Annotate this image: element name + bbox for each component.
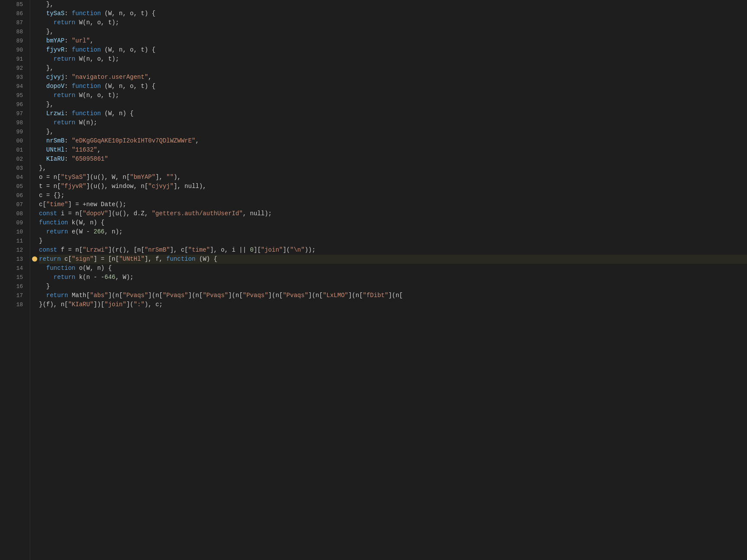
token: return [46, 291, 68, 300]
token: "65095861" [72, 155, 108, 164]
token: , [148, 73, 152, 82]
line-number: 85 [0, 0, 30, 9]
token: function [72, 9, 101, 18]
code-line: t = n["fjyvR"](u(), window, n["cjvyj"], … [39, 182, 747, 191]
token: function [46, 264, 75, 273]
token [39, 91, 54, 100]
token: "11632" [72, 146, 97, 155]
code-line: o = n["tySaS"](u(), W, n["bmYAP"], ""), [39, 173, 747, 182]
line-number: 10 [0, 227, 30, 236]
token [39, 18, 54, 27]
token: UNtHl [39, 146, 65, 155]
token: "url" [72, 36, 90, 45]
token: , [97, 146, 100, 155]
token: : [65, 73, 72, 82]
line-number: 15 [0, 273, 30, 282]
token: }, [39, 127, 54, 136]
code-line: return Math["abs"](n["Pvaqs"](n["Pvaqs"]… [39, 291, 747, 300]
token: "fDibt" [363, 291, 388, 300]
token: ](u(), window, n[ [86, 182, 148, 191]
code-line: } [39, 282, 747, 291]
token: , null); [243, 209, 272, 218]
code-line: nrSmB: "eDKgGGqAKE10pI2okIHT0v7QDlWZWWrE… [39, 136, 747, 146]
token: : [65, 82, 72, 91]
token: return [54, 118, 75, 127]
token: 0 [250, 246, 253, 255]
code-line: }, [39, 127, 747, 136]
line-number: 00 [0, 136, 30, 146]
token: ](r(), [n[ [108, 246, 145, 255]
code-editor: 8586878889909192939495969798990001020304… [0, 0, 747, 560]
token: c[ [39, 200, 46, 209]
token [39, 291, 46, 300]
code-line: }, [39, 27, 747, 36]
line-number: 16 [0, 282, 30, 291]
token: "join" [261, 246, 283, 255]
token [39, 264, 46, 273]
token: } [39, 282, 50, 291]
line-number: 90 [0, 45, 30, 55]
token: fjyvR [39, 45, 65, 55]
token: return [39, 255, 61, 264]
code-line: } [39, 236, 747, 246]
token: k(W, n) { [68, 218, 104, 227]
token: ], o, i || [210, 246, 250, 255]
token: ](u(), d.Z, [108, 209, 152, 218]
token: "LxLMO" [323, 291, 348, 300]
line-number: 86 [0, 9, 30, 18]
token: "getters.auth/authUserId" [152, 209, 243, 218]
token: bmYAP [39, 36, 65, 45]
code-line: bmYAP: "url", [39, 36, 747, 45]
token: ), [174, 173, 181, 182]
token: (W, n, o, t) { [101, 45, 155, 55]
code-line: const f = n["Lrzwi"](r(), [n["nrSmB"], c… [39, 246, 747, 255]
token: "Pvaqs" [163, 291, 188, 300]
token: c = {}; [39, 191, 65, 200]
token: return [54, 273, 75, 282]
token: "tySaS" [61, 173, 86, 182]
token: (W, n, o, t) { [101, 82, 155, 91]
token: Math[ [68, 291, 90, 300]
line-number: 04 [0, 173, 30, 182]
token: ":" [133, 300, 144, 309]
code-line: }, [39, 100, 747, 109]
token: ][ [254, 246, 261, 255]
line-number: 18 [0, 300, 30, 309]
token: ] = +new Date(); [68, 200, 126, 209]
token: }, [39, 164, 46, 173]
token: k(n - - [75, 273, 104, 282]
token: ](n[ [268, 291, 283, 300]
token: c[ [61, 255, 71, 264]
token: return [46, 227, 68, 236]
code-line: function o(W, n) { [39, 264, 747, 273]
line-number: 02 [0, 155, 30, 164]
token: "join" [104, 300, 126, 309]
code-line: tySaS: function (W, n, o, t) { [39, 9, 747, 18]
token: : [65, 9, 72, 18]
token [39, 273, 54, 282]
token: return [54, 91, 75, 100]
code-line: UNtHl: "11632", [39, 146, 747, 155]
token: ](n[ [388, 291, 403, 300]
line-number: 91 [0, 55, 30, 64]
line-number: 94 [0, 82, 30, 91]
code-line: function k(W, n) { [39, 218, 747, 227]
token: W(n, o, t); [75, 18, 119, 27]
token: ](u(), W, n[ [86, 173, 130, 182]
token: (W, n, o, t) { [101, 9, 155, 18]
token [39, 118, 54, 127]
token: ] = [n[ [94, 255, 119, 264]
token: const [39, 246, 57, 255]
token: nrSmB [39, 136, 65, 146]
token: "bmYAP" [130, 173, 155, 182]
line-number: 06 [0, 191, 30, 200]
token: (W) { [195, 255, 217, 264]
line-number: 96 [0, 100, 30, 109]
token: , [195, 136, 199, 146]
token: function [72, 45, 101, 55]
token: }, [39, 0, 54, 9]
token: W(n, o, t); [75, 55, 119, 64]
token: 266 [94, 227, 104, 236]
token: o(W, n) { [75, 264, 112, 273]
line-number: 03 [0, 164, 30, 173]
